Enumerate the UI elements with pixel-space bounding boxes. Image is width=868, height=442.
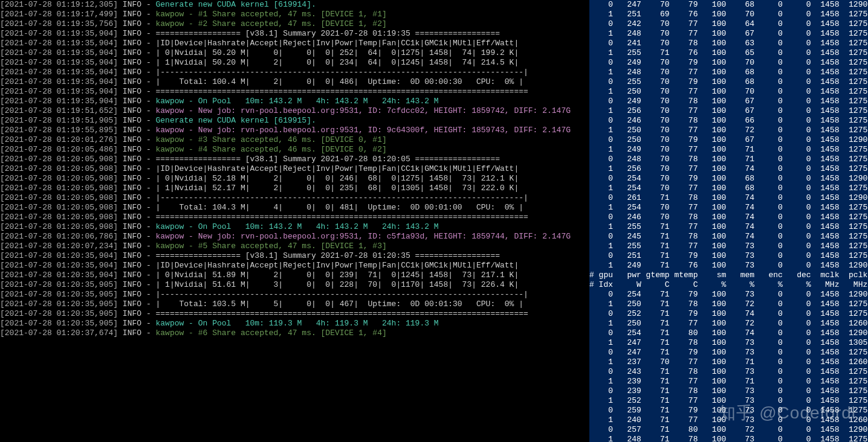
log-line: [2021-07-28 01:19:17,499] INFO - kawpow … xyxy=(0,10,589,19)
gpu-table-header-units: # Idx W C C % % % % MHz MHz xyxy=(589,280,868,290)
gpu-stat-row: 0 246 70 78 100 66 0 0 1458 1275 xyxy=(589,116,868,126)
miner-log-terminal[interactable]: [2021-07-28 01:19:12,305] INFO - Generat… xyxy=(0,0,589,442)
gpu-stat-row: 1 249 70 77 100 71 0 0 1458 1275 xyxy=(589,145,868,155)
gpu-stat-row: 1 256 70 77 100 67 0 0 1458 1275 xyxy=(589,106,868,116)
gpu-stat-row: 0 250 70 79 100 67 0 0 1458 1290 xyxy=(589,135,868,145)
log-line: [2021-07-28 01:19:12,305] INFO - Generat… xyxy=(0,0,589,10)
log-line: [2021-07-28 01:20:35,905] INFO - |------… xyxy=(0,290,589,299)
gpu-stat-row: 0 239 71 78 100 73 0 0 1458 1275 xyxy=(589,386,868,396)
gpu-stat-row: 1 248 71 78 100 73 0 0 1458 1275 xyxy=(589,435,868,442)
log-line: [2021-07-28 01:19:35,904] INFO - |------… xyxy=(0,68,589,77)
log-line: [2021-07-28 01:19:51,905] INFO - Generat… xyxy=(0,116,589,126)
log-line: [2021-07-28 01:20:35,904] INFO - |ID|Dev… xyxy=(0,261,589,271)
log-line: [2021-07-28 01:20:35,905] INFO - kawpow … xyxy=(0,319,589,328)
log-line: [2021-07-28 01:19:35,904] INFO - |ID|Dev… xyxy=(0,39,589,48)
gpu-stat-row: 0 254 71 79 100 73 0 0 1458 1290 xyxy=(589,290,868,299)
log-line: [2021-07-28 01:19:35,904] INFO - | 0|Nvi… xyxy=(0,48,589,58)
gpu-stat-row: 1 240 71 77 100 73 0 0 1458 1260 xyxy=(589,415,868,425)
gpu-stat-row: 1 250 70 77 100 72 0 0 1458 1275 xyxy=(589,126,868,135)
gpu-stat-row: 1 248 70 77 100 67 0 0 1458 1275 xyxy=(589,29,868,39)
log-line: [2021-07-28 01:20:35,904] INFO - =======… xyxy=(0,251,589,261)
gpu-stat-row: 0 245 71 78 100 74 0 0 1458 1275 xyxy=(589,232,868,242)
log-line: [2021-07-28 01:20:05,908] INFO - |ID|Dev… xyxy=(0,164,589,174)
log-line: [2021-07-28 01:20:05,908] INFO - =======… xyxy=(0,155,589,164)
gpu-stat-row: 0 243 71 78 100 73 0 0 1458 1275 xyxy=(589,367,868,377)
gpu-stat-row: 0 257 71 80 100 72 0 0 1458 1290 xyxy=(589,425,868,435)
log-line: [2021-07-28 01:20:06,786] INFO - kawpow … xyxy=(0,232,589,242)
log-line: [2021-07-28 01:20:05,908] INFO - | 0|Nvi… xyxy=(0,174,589,184)
log-line: [2021-07-28 01:20:05,908] INFO - |------… xyxy=(0,193,589,203)
gpu-stat-row: 1 252 71 77 100 73 0 0 1458 1275 xyxy=(589,396,868,406)
gpu-stat-row: 1 255 71 76 100 65 0 0 1458 1275 xyxy=(589,48,868,58)
gpu-stat-row: 0 248 70 78 100 71 0 0 1458 1275 xyxy=(589,155,868,164)
gpu-stat-row: 0 246 70 78 100 74 0 0 1458 1275 xyxy=(589,213,868,222)
gpu-stat-row: 1 250 71 78 100 72 0 0 1458 1275 xyxy=(589,299,868,309)
gpu-stat-row: 1 239 71 77 100 71 0 0 1458 1275 xyxy=(589,377,868,386)
log-line: [2021-07-28 01:19:35,904] INFO - =======… xyxy=(0,29,589,39)
gpu-stat-row: 0 241 70 78 100 63 0 0 1458 1275 xyxy=(589,39,868,48)
gpu-stat-row: 1 254 70 77 100 68 0 0 1458 1275 xyxy=(589,184,868,193)
gpu-stat-row: 1 250 71 77 100 72 0 0 1458 1260 xyxy=(589,319,868,328)
log-line: [2021-07-28 01:19:35,904] INFO - | Total… xyxy=(0,77,589,87)
gpu-stat-row: 0 242 70 77 100 64 0 0 1458 1275 xyxy=(589,19,868,29)
gpu-table-header: # gpu pwr gtemp mtemp sm mem enc dec mcl… xyxy=(589,271,868,280)
log-line: [2021-07-28 01:20:37,674] INFO - kawpow … xyxy=(0,328,589,338)
gpu-stat-row: 0 249 70 79 100 70 0 0 1458 1275 xyxy=(589,58,868,68)
log-line: [2021-07-28 01:19:35,904] INFO - kawpow … xyxy=(0,97,589,106)
log-line: [2021-07-28 01:20:05,486] INFO - kawpow … xyxy=(0,145,589,155)
gpu-stat-row: 1 255 71 77 100 74 0 0 1458 1275 xyxy=(589,222,868,232)
log-line: [2021-07-28 01:20:07,234] INFO - kawpow … xyxy=(0,242,589,251)
log-line: [2021-07-28 01:19:55,895] INFO - kawpow … xyxy=(0,126,589,135)
gpu-stat-row: 0 247 70 79 100 68 0 0 1458 1290 xyxy=(589,0,868,10)
gpu-stat-row: 0 252 71 79 100 74 0 0 1458 1275 xyxy=(589,309,868,319)
log-line: [2021-07-28 01:20:35,904] INFO - | 0|Nvi… xyxy=(0,271,589,280)
gpu-stat-row: 0 254 70 79 100 68 0 0 1458 1290 xyxy=(589,174,868,184)
gpu-stat-row: 0 254 71 80 100 74 0 0 1458 1290 xyxy=(589,328,868,338)
log-line: [2021-07-28 01:19:35,904] INFO - | 1|Nvi… xyxy=(0,58,589,68)
gpu-stat-row: 1 256 70 77 100 74 0 0 1458 1275 xyxy=(589,164,868,174)
log-line: [2021-07-28 01:20:05,908] INFO - | 1|Nvi… xyxy=(0,184,589,193)
gpu-stat-row: 0 255 70 79 100 68 0 0 1458 1275 xyxy=(589,77,868,87)
log-line: [2021-07-28 01:20:01,276] INFO - kawpow … xyxy=(0,135,589,145)
gpu-monitor-terminal[interactable]: 0 247 70 79 100 68 0 0 1458 1290 1 251 6… xyxy=(589,0,868,442)
gpu-stat-row: 1 249 71 76 100 73 0 0 1458 1290 xyxy=(589,261,868,271)
log-line: [2021-07-28 01:19:35,756] INFO - kawpow … xyxy=(0,19,589,29)
gpu-stat-row: 1 247 71 78 100 73 0 0 1458 1305 xyxy=(589,338,868,348)
gpu-stat-row: 1 255 71 77 100 73 0 0 1458 1275 xyxy=(589,242,868,251)
gpu-stat-row: 0 261 71 78 100 74 0 0 1458 1290 xyxy=(589,193,868,203)
gpu-stat-row: 0 251 71 79 100 73 0 0 1458 1275 xyxy=(589,251,868,261)
log-line: [2021-07-28 01:20:05,908] INFO - kawpow … xyxy=(0,222,589,232)
gpu-stat-row: 0 247 71 79 100 73 0 0 1458 1275 xyxy=(589,348,868,357)
log-line: [2021-07-28 01:19:51,652] INFO - kawpow … xyxy=(0,106,589,116)
log-line: [2021-07-28 01:20:05,908] INFO - =======… xyxy=(0,213,589,222)
log-line: [2021-07-28 01:20:35,905] INFO - =======… xyxy=(0,309,589,319)
gpu-stat-row: 0 249 70 78 100 67 0 0 1458 1275 xyxy=(589,97,868,106)
gpu-stat-row: 1 254 70 77 100 74 0 0 1458 1275 xyxy=(589,203,868,213)
log-line: [2021-07-28 01:19:35,904] INFO - =======… xyxy=(0,87,589,97)
gpu-stat-row: 0 259 71 79 100 73 0 0 1458 1275 xyxy=(589,406,868,415)
gpu-stat-row: 1 237 70 77 100 71 0 0 1458 1260 xyxy=(589,357,868,367)
log-line: [2021-07-28 01:20:35,905] INFO - | 1|Nvi… xyxy=(0,280,589,290)
gpu-stat-row: 1 251 69 76 100 70 0 0 1458 1275 xyxy=(589,10,868,19)
gpu-stat-row: 1 250 70 77 100 70 0 0 1458 1275 xyxy=(589,87,868,97)
gpu-stat-row: 1 248 70 77 100 68 0 0 1458 1275 xyxy=(589,68,868,77)
log-line: [2021-07-28 01:20:35,905] INFO - | Total… xyxy=(0,299,589,309)
log-line: [2021-07-28 01:20:05,908] INFO - | Total… xyxy=(0,203,589,213)
